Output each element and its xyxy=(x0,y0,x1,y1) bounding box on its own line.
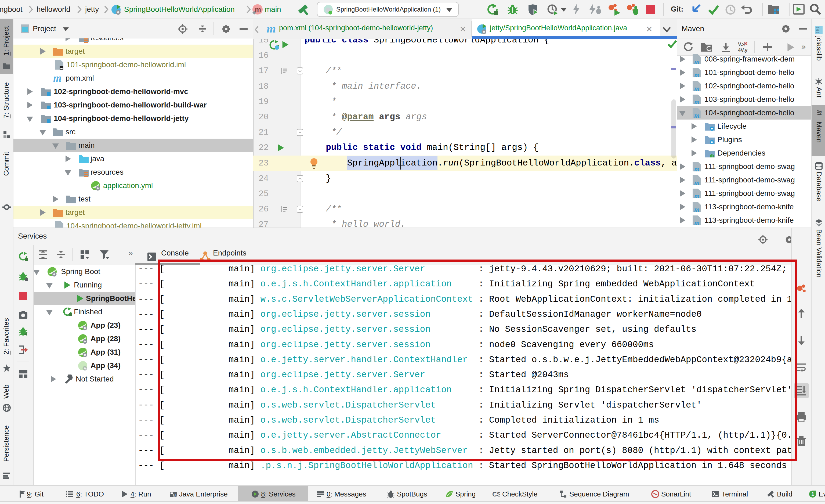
svg-text:010: 010 xyxy=(816,31,820,33)
svg-text:1: 1 xyxy=(811,491,814,497)
svg-text:m: m xyxy=(53,74,62,83)
svg-text:m: m xyxy=(694,58,699,65)
svg-text:m: m xyxy=(694,85,699,91)
svg-text:m: m xyxy=(694,192,699,199)
svg-text:m: m xyxy=(694,206,699,212)
svg-text:m: m xyxy=(694,71,699,78)
svg-text:m: m xyxy=(694,112,699,118)
svg-text:EE: EE xyxy=(173,493,177,497)
svg-text:010: 010 xyxy=(816,26,820,29)
svg-text:m: m xyxy=(694,178,699,186)
svg-text:m: m xyxy=(694,98,699,105)
svg-text:m: m xyxy=(694,219,699,226)
svg-text:CS: CS xyxy=(492,491,500,498)
svg-text:m: m xyxy=(694,165,699,172)
svg-text:101: 101 xyxy=(816,29,820,31)
svg-text:4V.y: 4V.y xyxy=(738,48,747,53)
svg-text:V.x: V.x xyxy=(738,42,745,47)
svg-text:m: m xyxy=(267,23,276,34)
